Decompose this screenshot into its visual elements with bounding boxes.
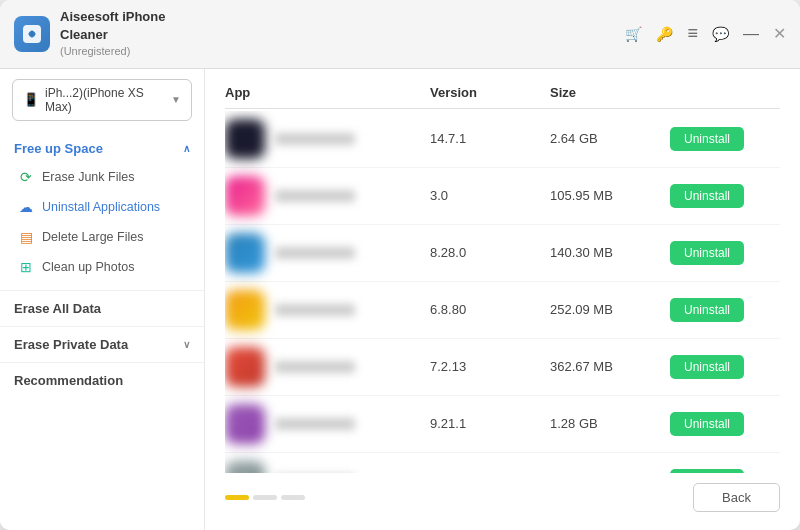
- erase-junk-icon: ⟳: [18, 169, 34, 185]
- app-logo: [14, 16, 50, 52]
- sidebar: 📱 iPh...2)(iPhone XS Max) ▼ Free up Spac…: [0, 69, 205, 530]
- app-name-blurred: [275, 247, 355, 259]
- free-up-space-section: Free up Space ∧ ⟳ Erase Junk Files ☁ Uni…: [0, 135, 204, 290]
- table-row: 14.7.1 2.64 GB Uninstall: [225, 111, 780, 168]
- clean-photos-icon: ⊞: [18, 259, 34, 275]
- main-content: 📱 iPh...2)(iPhone XS Max) ▼ Free up Spac…: [0, 69, 800, 530]
- table-header: App Version Size: [225, 85, 780, 109]
- app-version: 9.21.1: [430, 416, 550, 431]
- app-size: 1.28 GB: [550, 416, 670, 431]
- svg-point-1: [29, 31, 35, 37]
- free-up-space-header[interactable]: Free up Space ∧: [0, 135, 204, 162]
- app-table: 14.7.1 2.64 GB Uninstall 3.0 105.95 MB U…: [225, 111, 780, 473]
- device-selector[interactable]: 📱 iPh...2)(iPhone XS Max) ▼: [12, 79, 192, 121]
- key-icon[interactable]: 🔑: [656, 26, 673, 42]
- app-version: 14.7.1: [430, 131, 550, 146]
- col-action: [670, 85, 780, 100]
- app-version: 8.28.0: [430, 245, 550, 260]
- app-size: 140.30 MB: [550, 245, 670, 260]
- close-button[interactable]: ✕: [773, 24, 786, 43]
- app-version: 3.0: [430, 188, 550, 203]
- app-name-blurred: [275, 133, 355, 145]
- sidebar-item-clean-photos[interactable]: ⊞ Clean up Photos: [0, 252, 204, 282]
- app-icon-thumb: [225, 404, 265, 444]
- progress-dot-1: [253, 495, 277, 500]
- table-row: 8.28.0 140.30 MB Uninstall: [225, 225, 780, 282]
- menu-icon[interactable]: ≡: [687, 23, 698, 44]
- phone-icon: 📱: [23, 92, 39, 107]
- app-info: [225, 461, 430, 473]
- chevron-down-icon-private: ∨: [183, 339, 190, 350]
- app-size: 2.64 GB: [550, 131, 670, 146]
- uninstall-button[interactable]: Uninstall: [670, 184, 744, 208]
- uninstall-button[interactable]: Uninstall: [670, 355, 744, 379]
- app-size: 362.67 MB: [550, 359, 670, 374]
- table-row: 6.8.80 252.09 MB Uninstall: [225, 282, 780, 339]
- app-icon-thumb: [225, 347, 265, 387]
- table-row: 10.9.5 1.08 GB Uninstall: [225, 453, 780, 473]
- back-button[interactable]: Back: [693, 483, 780, 512]
- sidebar-item-erase-all[interactable]: Erase All Data: [0, 290, 204, 326]
- app-window: Aiseesoft iPhone Cleaner (Unregistered) …: [0, 0, 800, 530]
- sidebar-item-erase-private[interactable]: Erase Private Data ∨: [0, 326, 204, 362]
- app-icon-thumb: [225, 290, 265, 330]
- table-row: 9.21.1 1.28 GB Uninstall: [225, 396, 780, 453]
- app-info: [225, 347, 430, 387]
- chevron-up-icon: ∧: [183, 143, 190, 154]
- progress-dot-2: [281, 495, 305, 500]
- col-size: Size: [550, 85, 670, 100]
- app-version: 7.2.13: [430, 359, 550, 374]
- app-version: 6.8.80: [430, 302, 550, 317]
- table-row: 7.2.13 362.67 MB Uninstall: [225, 339, 780, 396]
- bottom-bar: Back: [225, 473, 780, 516]
- app-info: [225, 119, 430, 159]
- app-size: 252.09 MB: [550, 302, 670, 317]
- app-name-blurred: [275, 418, 355, 430]
- app-info: [225, 404, 430, 444]
- progress-dot-active: [225, 495, 249, 500]
- progress-indicator: [225, 495, 305, 500]
- app-title: Aiseesoft iPhone Cleaner (Unregistered): [60, 8, 165, 60]
- minimize-button[interactable]: —: [743, 25, 759, 43]
- col-version: Version: [430, 85, 550, 100]
- app-icon-thumb: [225, 119, 265, 159]
- chevron-down-icon: ▼: [171, 94, 181, 105]
- app-icon-thumb: [225, 233, 265, 273]
- uninstall-button[interactable]: Uninstall: [670, 241, 744, 265]
- delete-large-icon: ▤: [18, 229, 34, 245]
- app-icon-thumb: [225, 461, 265, 473]
- app-size: 105.95 MB: [550, 188, 670, 203]
- sidebar-item-delete-large[interactable]: ▤ Delete Large Files: [0, 222, 204, 252]
- title-bar-left: Aiseesoft iPhone Cleaner (Unregistered): [14, 8, 165, 60]
- title-bar: Aiseesoft iPhone Cleaner (Unregistered) …: [0, 0, 800, 69]
- chat-icon[interactable]: 💬: [712, 26, 729, 42]
- uninstall-button[interactable]: Uninstall: [670, 412, 744, 436]
- sidebar-item-recommendation[interactable]: Recommendation: [0, 362, 204, 398]
- sidebar-item-uninstall-apps[interactable]: ☁ Uninstall Applications: [0, 192, 204, 222]
- app-name-blurred: [275, 190, 355, 202]
- app-info: [225, 233, 430, 273]
- uninstall-button[interactable]: Uninstall: [670, 127, 744, 151]
- app-info: [225, 290, 430, 330]
- title-bar-controls: 🛒 🔑 ≡ 💬 — ✕: [625, 23, 786, 44]
- app-name-blurred: [275, 361, 355, 373]
- uninstall-apps-icon: ☁: [18, 199, 34, 215]
- cart-icon[interactable]: 🛒: [625, 26, 642, 42]
- content-area: App Version Size 14.7.1 2.64 GB Uninstal…: [205, 69, 800, 530]
- sidebar-item-erase-junk[interactable]: ⟳ Erase Junk Files: [0, 162, 204, 192]
- app-info: [225, 176, 430, 216]
- table-row: 3.0 105.95 MB Uninstall: [225, 168, 780, 225]
- app-name-blurred: [275, 304, 355, 316]
- app-icon-thumb: [225, 176, 265, 216]
- uninstall-button[interactable]: Uninstall: [670, 298, 744, 322]
- device-label: iPh...2)(iPhone XS Max): [45, 86, 165, 114]
- col-app: App: [225, 85, 430, 100]
